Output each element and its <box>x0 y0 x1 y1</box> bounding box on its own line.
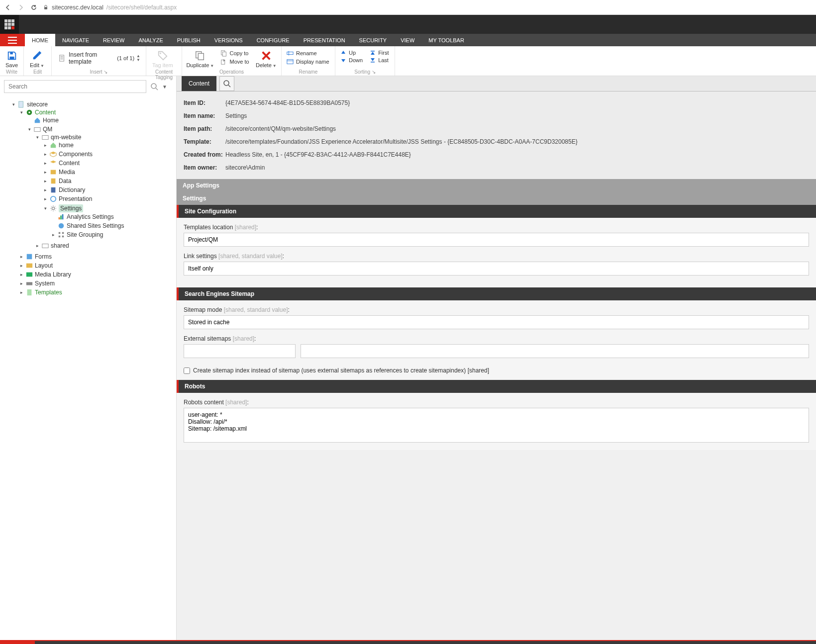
tree-home[interactable]: Home <box>27 117 174 124</box>
forward-icon[interactable] <box>17 3 25 11</box>
templates-location-label: Templates location [shared]: <box>184 224 809 231</box>
robots-content-textarea[interactable] <box>184 408 809 443</box>
meta-item-name: Settings <box>225 112 247 119</box>
tree-item-home[interactable]: ▸home <box>43 142 174 149</box>
insert-from-template[interactable]: Insert from template (1 of 1) ▲▼ <box>55 49 144 67</box>
search-input[interactable] <box>4 80 146 93</box>
copyto-button[interactable]: Copy to <box>218 49 251 57</box>
insert-group-label: Insert ↘ <box>55 69 143 75</box>
tree-qmwebsite[interactable]: ▾qm-website <box>35 134 174 141</box>
delete-label: Delete <box>256 62 272 68</box>
lock-icon <box>43 4 49 10</box>
svg-rect-42 <box>26 273 32 277</box>
tab-security[interactable]: SECURITY <box>352 34 394 46</box>
tree-item-dictionary[interactable]: ▸Dictionary <box>43 186 174 193</box>
tree-qm[interactable]: ▾QM <box>27 126 174 133</box>
svg-rect-39 <box>42 244 48 248</box>
tree-shared[interactable]: ▸shared <box>35 242 174 249</box>
reload-icon[interactable] <box>30 3 38 11</box>
svg-rect-21 <box>19 101 23 107</box>
displayname-button[interactable]: Display name <box>285 58 331 66</box>
external-sitemap-1-input[interactable] <box>184 344 296 358</box>
tree-system[interactable]: ▸System <box>19 280 174 287</box>
svg-rect-15 <box>287 60 293 64</box>
tree-content[interactable]: ▾Content <box>19 109 174 116</box>
tab-configure[interactable]: CONFIGURE <box>250 34 297 46</box>
tree-sitecore[interactable]: ▾sitecore <box>11 101 174 108</box>
tab-versions[interactable]: VERSIONS <box>207 34 250 46</box>
tab-review[interactable]: REVIEW <box>96 34 131 46</box>
svg-line-20 <box>156 88 158 90</box>
tree-item-content2[interactable]: ▸Content <box>43 160 174 167</box>
topbar <box>0 15 816 34</box>
tree-templates[interactable]: ▸Templates <box>19 289 174 296</box>
first-button[interactable]: First <box>368 49 391 56</box>
svg-rect-33 <box>62 214 64 220</box>
down-button[interactable]: Down <box>338 57 365 64</box>
up-button[interactable]: Up <box>338 49 365 56</box>
menubar: HOME NAVIGATE REVIEW ANALYZE PUBLISH VER… <box>0 34 816 46</box>
back-icon[interactable] <box>4 3 12 11</box>
tab-navigate[interactable]: NAVIGATE <box>55 34 96 46</box>
tab-presentation[interactable]: PRESENTATION <box>297 34 352 46</box>
tree-site-grouping[interactable]: ▸Site Grouping <box>51 231 174 238</box>
section-robots[interactable]: Robots <box>177 380 816 393</box>
tab-publish[interactable]: PUBLISH <box>170 34 207 46</box>
sitemap-index-checkbox[interactable] <box>184 368 190 374</box>
url-bar[interactable]: sitecoresc.dev.local/sitecore/shell/defa… <box>43 4 177 11</box>
svg-rect-18 <box>371 62 375 63</box>
tree-item-components[interactable]: ▸Components <box>43 151 174 158</box>
external-sitemap-2-input[interactable] <box>301 344 809 358</box>
tab-view[interactable]: VIEW <box>394 34 421 46</box>
section-app-settings[interactable]: App Settings <box>177 179 816 192</box>
section-sitemap[interactable]: Search Engines Sitemap <box>177 287 816 300</box>
templates-location-input[interactable] <box>184 233 809 247</box>
svg-rect-17 <box>371 51 375 52</box>
save-label: Save <box>5 62 18 68</box>
item-meta: Item ID:{4E7A5E34-5674-484E-B1D5-5E8839B… <box>177 92 816 179</box>
svg-rect-9 <box>199 53 204 60</box>
moveto-button[interactable]: Move to <box>218 58 251 66</box>
tree-item-data[interactable]: ▸Data <box>43 178 174 184</box>
tab-mytoolbar[interactable]: MY TOOLBAR <box>421 34 471 46</box>
section-site-config[interactable]: Site Configuration <box>177 205 816 218</box>
tab-home[interactable]: HOME <box>25 34 55 46</box>
svg-rect-36 <box>62 232 64 234</box>
svg-point-7 <box>160 53 161 54</box>
chevron-down-icon: ▼ <box>40 64 44 68</box>
sitecore-logo[interactable] <box>0 15 19 34</box>
tree-forms[interactable]: ▸Forms <box>19 253 174 260</box>
svg-rect-5 <box>10 52 12 55</box>
tab-analyze[interactable]: ANALYZE <box>131 34 170 46</box>
duplicate-button[interactable]: Duplicate▼ <box>185 49 215 69</box>
footer-bar <box>0 640 816 644</box>
search-icon[interactable] <box>150 83 158 91</box>
section-settings[interactable]: Settings <box>177 192 816 205</box>
save-button[interactable]: Save <box>3 49 20 69</box>
edit-button[interactable]: Edit▼ <box>27 49 47 69</box>
first-icon <box>370 50 376 56</box>
url-host: sitecoresc.dev.local <box>52 4 103 11</box>
tree-media-library[interactable]: ▸Media Library <box>19 271 174 278</box>
rename-icon <box>287 50 294 57</box>
rename-button[interactable]: Rename <box>285 49 331 57</box>
edit-group-label: Edit <box>27 69 48 75</box>
svg-rect-2 <box>8 40 17 41</box>
tree-analytics-settings[interactable]: Analytics Settings <box>51 213 174 220</box>
tree-layout[interactable]: ▸Layout <box>19 262 174 269</box>
sitemap-mode-input[interactable] <box>184 315 809 329</box>
svg-rect-44 <box>27 289 32 295</box>
hamburger-menu[interactable] <box>0 34 25 46</box>
tree-item-settings[interactable]: ▾Settings <box>43 204 174 212</box>
tab-content[interactable]: Content <box>182 76 216 91</box>
tree-shared-sites-settings[interactable]: Shared Sites Settings <box>51 222 174 229</box>
tab-search[interactable] <box>219 76 234 91</box>
link-settings-input[interactable] <box>184 262 809 276</box>
delete-button[interactable]: Delete▼ <box>254 49 278 69</box>
last-button[interactable]: Last <box>368 57 391 64</box>
svg-point-23 <box>28 111 30 113</box>
search-dropdown[interactable]: ▼ <box>162 84 172 90</box>
tree-item-presentation[interactable]: ▸Presentation <box>43 195 174 202</box>
pager-down-icon[interactable]: ▼ <box>136 58 140 62</box>
tree-item-media[interactable]: ▸Media <box>43 169 174 176</box>
